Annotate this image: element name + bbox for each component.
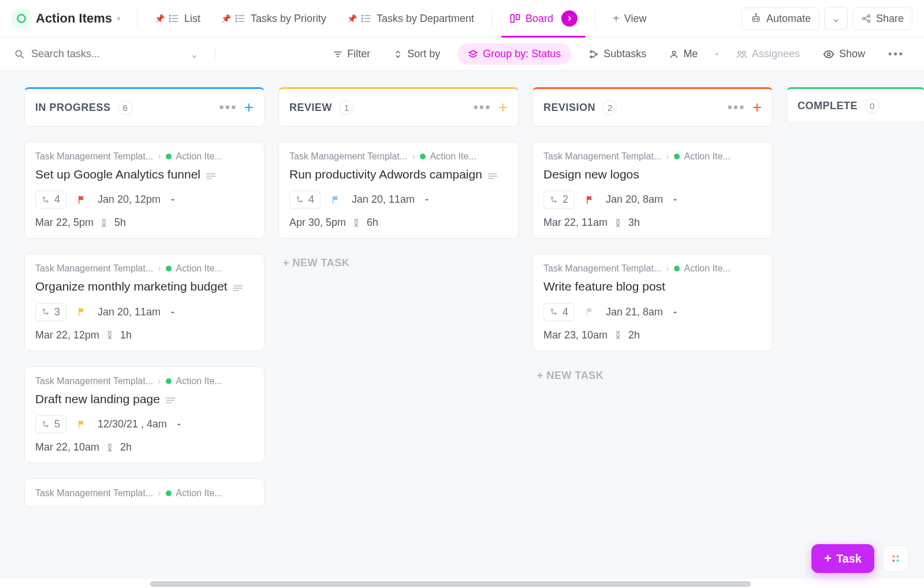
breadcrumb: Task Management Templat... › Action Ite.… <box>543 151 762 162</box>
share-label: Share <box>876 13 904 25</box>
page-title[interactable]: Action Items ▼ <box>36 11 122 26</box>
search-group: ⌄ <box>14 48 199 61</box>
filter-icon <box>333 50 342 59</box>
chevron-right-icon: › <box>158 151 161 162</box>
task-title: Write feature blog post <box>543 280 665 293</box>
subtask-count[interactable]: 2 <box>543 191 575 209</box>
me-button[interactable]: Me <box>664 44 703 64</box>
column-cards: Task Management Templat... › Action Ite.… <box>532 142 773 385</box>
due-date: 12/30/21 , 4am <box>98 418 167 430</box>
dash: - <box>673 193 677 206</box>
done-date: Mar 23, 10am <box>543 329 608 341</box>
task-card[interactable]: Task Management Templat... › Action Ite.… <box>532 142 773 239</box>
dot-separator: • <box>715 49 718 59</box>
board-column-revision: REVISION 2 ••• + Task Management Templat… <box>532 87 773 385</box>
estimate: 1h <box>120 329 132 341</box>
task-card[interactable]: Task Management Templat... › Action Ite.… <box>278 142 519 239</box>
task-title: Set up Google Analytics funnel <box>35 168 200 181</box>
add-view-label: View <box>624 13 647 25</box>
done-date: Mar 22, 5pm <box>35 217 94 229</box>
view-board[interactable]: Board <box>501 6 586 31</box>
assignees-button[interactable]: Assignees <box>730 44 806 64</box>
column-count: 6 <box>118 100 133 115</box>
column-add-button[interactable]: + <box>244 98 254 117</box>
column-add-button[interactable]: + <box>752 98 762 117</box>
column-cards: Task Management Templat... › Action Ite.… <box>278 142 519 273</box>
column-add-button[interactable]: + <box>498 98 508 117</box>
apps-icon <box>889 552 902 565</box>
hourglass-icon <box>613 217 623 229</box>
svg-point-4 <box>169 15 170 16</box>
status-dot-icon <box>166 490 172 496</box>
subtask-count[interactable]: 4 <box>543 303 575 321</box>
column-more-icon[interactable]: ••• <box>473 99 491 116</box>
breadcrumb: Task Management Templat... › Action Ite.… <box>35 376 254 386</box>
eye-icon <box>823 49 834 60</box>
description-icon <box>166 396 175 404</box>
filter-button[interactable]: Filter <box>327 44 376 64</box>
status-dot-icon <box>674 266 680 271</box>
subtask-count[interactable]: 5 <box>35 415 66 433</box>
list-icon <box>360 13 372 24</box>
crumb-project: Task Management Templat... <box>35 263 153 274</box>
svg-point-38 <box>590 56 592 58</box>
status-dot-icon <box>420 154 426 159</box>
chevron-down-icon[interactable]: ⌄ <box>190 48 199 61</box>
status-dot-icon <box>166 154 172 159</box>
svg-point-10 <box>236 15 237 16</box>
task-card[interactable]: Task Management Templat... › Action Ite.… <box>24 366 264 463</box>
task-card[interactable]: Task Management Templat... › Action Ite.… <box>532 254 773 351</box>
share-button[interactable]: Share <box>852 8 912 30</box>
pin-icon: 📌 <box>221 14 231 23</box>
dash: - <box>177 418 181 430</box>
add-view-button[interactable]: + View <box>605 8 654 30</box>
sort-button[interactable]: Sort by <box>388 44 446 64</box>
hourglass-icon <box>105 442 114 453</box>
horizontal-scrollbar[interactable] <box>150 581 751 587</box>
new-task-button[interactable]: + NEW TASK <box>532 366 773 385</box>
new-task-button[interactable]: + NEW TASK <box>278 254 519 273</box>
view-priority[interactable]: 📌 Tasks by Priority <box>213 8 334 29</box>
column-more-icon[interactable]: ••• <box>219 99 237 116</box>
new-task-fab[interactable]: + Task <box>811 544 874 573</box>
show-button[interactable]: Show <box>817 44 871 64</box>
task-card[interactable]: Task Management Templat... › Action Ite.… <box>24 142 264 239</box>
dash: - <box>673 306 677 318</box>
top-navigation: Action Items ▼ 📌 List 📌 Tasks by Priorit… <box>0 0 924 38</box>
svg-point-17 <box>362 18 363 19</box>
subtask-count[interactable]: 4 <box>289 191 321 209</box>
view-department[interactable]: 📌 Tasks by Department <box>339 8 482 29</box>
column-header: COMPLETE 0 <box>787 87 924 123</box>
robot-icon <box>750 13 762 24</box>
subtasks-button[interactable]: Subtasks <box>583 44 652 64</box>
subtask-count[interactable]: 3 <box>35 303 66 321</box>
automate-button[interactable]: Automate <box>742 8 819 30</box>
svg-point-23 <box>757 18 758 20</box>
subtask-count[interactable]: 4 <box>35 191 66 209</box>
svg-line-29 <box>865 16 868 18</box>
view-list[interactable]: 📌 List <box>147 8 208 29</box>
svg-point-18 <box>362 21 363 22</box>
task-card[interactable]: Task Management Templat... › Action Ite.… <box>24 478 264 507</box>
task-meta-row: 4 Jan 21, 8am - <box>543 303 762 321</box>
view-label: List <box>184 13 200 25</box>
crumb-project: Task Management Templat... <box>543 263 661 274</box>
apps-fab[interactable] <box>882 545 909 572</box>
groupby-button[interactable]: Group by: Status <box>457 43 571 65</box>
hourglass-icon <box>352 217 361 229</box>
forward-icon[interactable] <box>561 10 578 27</box>
column-more-icon[interactable]: ••• <box>727 99 745 116</box>
dash: - <box>425 193 429 206</box>
automate-dropdown[interactable]: ⌄ <box>824 7 848 30</box>
task-card[interactable]: Task Management Templat... › Action Ite.… <box>24 254 264 351</box>
due-date: Jan 20, 11am <box>352 193 415 206</box>
crumb-list: Action Ite... <box>684 151 731 162</box>
list-icon <box>234 13 246 24</box>
done-date: Apr 30, 5pm <box>289 217 346 229</box>
people-icon <box>736 49 747 60</box>
view-label: Board <box>526 13 553 25</box>
more-options[interactable]: ••• <box>882 44 910 64</box>
description-icon <box>206 172 215 180</box>
search-input[interactable] <box>31 48 170 60</box>
subtasks-label: Subtasks <box>603 48 646 60</box>
